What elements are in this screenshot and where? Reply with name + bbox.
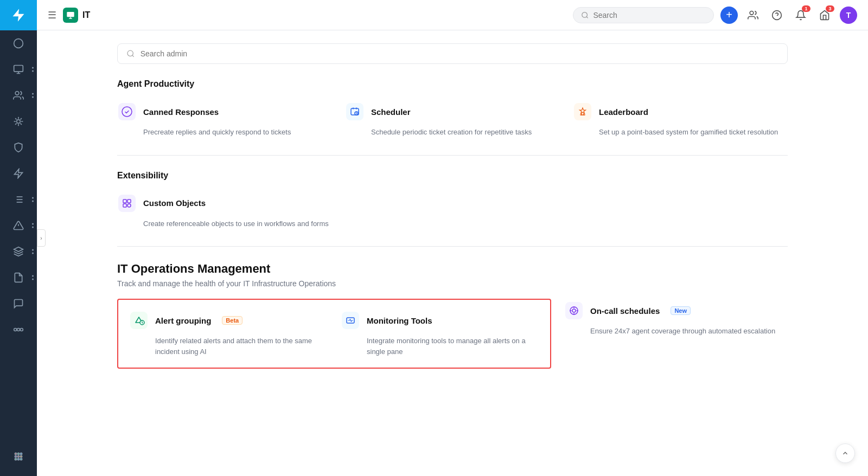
svg-marker-0 bbox=[13, 9, 24, 21]
svg-point-20 bbox=[20, 329, 23, 331]
canned-responses-title: Canned Responses bbox=[143, 107, 219, 117]
card-header: Alert grouping Beta bbox=[129, 311, 328, 330]
card-scheduler: Scheduler Schedule periodic ticket creat… bbox=[345, 100, 560, 140]
admin-search-box[interactable] bbox=[117, 43, 788, 64]
leaderboard-icon bbox=[573, 102, 592, 121]
divider-2 bbox=[117, 246, 788, 247]
it-ops-highlighted-box: Alert grouping Beta Identify related ale… bbox=[117, 299, 551, 369]
card-monitoring-tools: Monitoring Tools Integrate monitoring to… bbox=[341, 311, 539, 357]
sidebar-item-warning[interactable] bbox=[0, 213, 37, 239]
svg-point-1 bbox=[14, 39, 23, 48]
sidebar-item-bug[interactable] bbox=[0, 108, 37, 134]
svg-line-37 bbox=[132, 55, 134, 57]
scheduler-icon bbox=[345, 102, 365, 121]
card-on-call-schedules: On-call schedules New Ensure 24x7 agent … bbox=[564, 299, 788, 369]
svg-point-4 bbox=[17, 120, 21, 124]
alert-grouping-desc: Identify related alerts and attach them … bbox=[129, 336, 328, 357]
hamburger-icon[interactable]: ☰ bbox=[48, 9, 56, 21]
canned-responses-icon bbox=[117, 102, 137, 121]
divider-1 bbox=[117, 155, 788, 156]
it-ops-subtitle: Track and manage the health of your IT I… bbox=[117, 279, 788, 288]
admin-search-icon bbox=[126, 49, 135, 58]
sidebar-item-inbox[interactable] bbox=[0, 56, 37, 82]
svg-point-19 bbox=[14, 329, 17, 331]
svg-point-28 bbox=[17, 458, 19, 460]
alert-grouping-icon bbox=[129, 311, 149, 330]
collapse-button[interactable]: › bbox=[37, 229, 46, 247]
custom-objects-title: Custom Objects bbox=[143, 198, 206, 208]
svg-point-23 bbox=[20, 453, 22, 454]
on-call-desc: Ensure 24x7 agent coverage through autom… bbox=[564, 326, 788, 337]
svg-point-24 bbox=[15, 455, 16, 457]
scheduler-desc: Schedule periodic ticket creation for re… bbox=[345, 127, 560, 138]
svg-point-36 bbox=[127, 50, 133, 56]
it-ops-grid: Alert grouping Beta Identify related ale… bbox=[117, 299, 788, 369]
sidebar-item-shield[interactable] bbox=[0, 134, 37, 160]
alert-grouping-title: Alert grouping bbox=[155, 316, 211, 325]
custom-objects-icon bbox=[117, 194, 137, 213]
topbar: ☰ IT + 1 3 bbox=[37, 0, 868, 30]
page-content: Agent Productivity C bbox=[37, 30, 868, 476]
canned-responses-desc: Precreate replies and quickly respond to… bbox=[117, 127, 332, 138]
card-header: Custom Objects bbox=[117, 194, 332, 213]
svg-point-25 bbox=[17, 455, 19, 457]
sidebar: › bbox=[0, 0, 37, 476]
sidebar-item-layers[interactable] bbox=[0, 239, 37, 265]
store-button[interactable]: 3 bbox=[816, 7, 833, 24]
sidebar-item-chat[interactable] bbox=[0, 291, 37, 317]
svg-point-31 bbox=[582, 12, 588, 17]
sidebar-logo[interactable] bbox=[0, 0, 37, 30]
svg-rect-49 bbox=[130, 312, 148, 329]
search-icon bbox=[581, 11, 589, 20]
card-header: Scheduler bbox=[345, 102, 560, 121]
svg-marker-5 bbox=[15, 169, 23, 178]
leaderboard-title: Leaderboard bbox=[599, 107, 648, 117]
card-header: Monitoring Tools bbox=[341, 311, 539, 330]
card-header: Leaderboard bbox=[573, 102, 788, 121]
admin-search-input[interactable] bbox=[141, 49, 778, 58]
sidebar-item-alerts[interactable] bbox=[0, 160, 37, 186]
sidebar-item-grid[interactable] bbox=[0, 443, 37, 469]
svg-line-32 bbox=[586, 16, 588, 18]
sidebar-item-chat2[interactable] bbox=[0, 317, 37, 343]
svg-rect-53 bbox=[565, 302, 583, 319]
custom-objects-desc: Create referenceable objects to use in w… bbox=[117, 218, 332, 229]
scheduler-title: Scheduler bbox=[371, 107, 411, 117]
sidebar-item-home[interactable] bbox=[0, 30, 37, 56]
on-call-icon bbox=[564, 301, 584, 320]
svg-point-29 bbox=[20, 458, 22, 460]
app-title: IT bbox=[82, 10, 90, 20]
svg-point-21 bbox=[15, 453, 16, 454]
svg-point-27 bbox=[15, 458, 16, 460]
global-search[interactable] bbox=[573, 7, 714, 23]
svg-point-26 bbox=[20, 455, 22, 457]
card-leaderboard: Leaderboard Set up a point-based system … bbox=[573, 100, 788, 140]
svg-point-33 bbox=[750, 11, 754, 15]
it-ops-title: IT Operations Management bbox=[117, 262, 788, 276]
svg-rect-44 bbox=[118, 195, 136, 212]
monitoring-tools-title: Monitoring Tools bbox=[367, 316, 432, 325]
card-header: Canned Responses bbox=[117, 102, 332, 121]
user-avatar[interactable]: T bbox=[840, 7, 857, 24]
agent-productivity-cards: Canned Responses Precreate replies and q… bbox=[117, 100, 788, 140]
contacts-button[interactable] bbox=[744, 7, 762, 24]
extensibility-cards: Custom Objects Create referenceable obje… bbox=[117, 191, 788, 231]
scroll-to-top-button[interactable] bbox=[835, 443, 855, 463]
add-button[interactable]: + bbox=[720, 7, 738, 24]
help-button[interactable] bbox=[768, 7, 786, 24]
notifications-button[interactable]: 1 bbox=[792, 7, 809, 24]
sidebar-item-list[interactable] bbox=[0, 186, 37, 213]
app-logo-area: IT bbox=[63, 8, 90, 23]
main-wrapper: ☰ IT + 1 3 bbox=[37, 0, 868, 476]
leaderboard-desc: Set up a point-based system for gamified… bbox=[573, 127, 788, 138]
sidebar-item-agents[interactable] bbox=[0, 82, 37, 108]
extensibility-title: Extensibility bbox=[117, 171, 788, 181]
topbar-actions: + 1 3 T bbox=[720, 7, 857, 24]
agent-productivity-section: Agent Productivity C bbox=[117, 79, 788, 140]
search-input[interactable] bbox=[593, 11, 706, 20]
sidebar-item-document[interactable] bbox=[0, 265, 37, 291]
svg-rect-38 bbox=[118, 103, 136, 120]
card-canned-responses: Canned Responses Precreate replies and q… bbox=[117, 100, 332, 140]
on-call-title: On-call schedules bbox=[590, 306, 660, 316]
notifications-badge-1: 1 bbox=[802, 5, 810, 12]
